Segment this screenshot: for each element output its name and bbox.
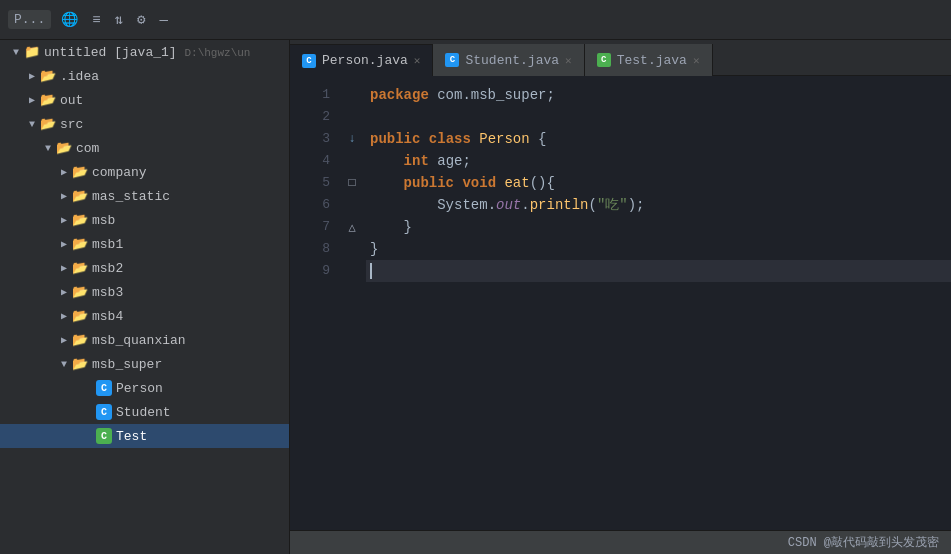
person-tab-label: Person.java — [322, 53, 408, 68]
sidebar-item-out[interactable]: ▶ 📂 out — [0, 88, 289, 112]
sidebar-item-com[interactable]: ▼ 📂 com — [0, 136, 289, 160]
com-folder-icon: 📂 — [56, 140, 72, 156]
main-content: ▼ 📁 untitled [java_1] D:\hgwz\un ▶ 📂 .id… — [0, 40, 951, 554]
msb-super-label: msb_super — [92, 357, 162, 372]
com-arrow: ▼ — [40, 140, 56, 156]
sidebar-item-mas-static[interactable]: ▶ 📂 mas_static — [0, 184, 289, 208]
code-line-2 — [366, 106, 951, 128]
person-label: Person — [116, 381, 163, 396]
code-line-7: } — [366, 216, 951, 238]
mas-static-folder-icon: 📂 — [72, 188, 88, 204]
gutter: ↓ □ △ — [338, 76, 366, 530]
sidebar-item-msb2[interactable]: ▶ 📂 msb2 — [0, 256, 289, 280]
src-folder-icon: 📂 — [40, 116, 56, 132]
tab-person[interactable]: C Person.java ✕ — [290, 44, 433, 76]
tabs-bar: C Person.java ✕ C Student.java ✕ C Test.… — [290, 40, 951, 76]
code-content[interactable]: package com.msb_super; public class Pers… — [366, 76, 951, 530]
company-label: company — [92, 165, 147, 180]
com-label: com — [76, 141, 99, 156]
project-label[interactable]: P... — [8, 10, 51, 29]
status-text: CSDN @敲代码敲到头发茂密 — [788, 534, 939, 551]
tab-student[interactable]: C Student.java ✕ — [433, 44, 584, 76]
idea-arrow: ▶ — [24, 68, 40, 84]
minimize-icon[interactable]: — — [156, 10, 172, 30]
editor-area: C Person.java ✕ C Student.java ✕ C Test.… — [290, 40, 951, 554]
sidebar-item-src[interactable]: ▼ 📂 src — [0, 112, 289, 136]
out-label: out — [60, 93, 83, 108]
test-tab-close[interactable]: ✕ — [693, 54, 700, 67]
gutter-line-5: □ — [338, 172, 366, 194]
company-folder-icon: 📂 — [72, 164, 88, 180]
globe-icon[interactable]: 🌐 — [57, 9, 82, 30]
student-tab-icon: C — [445, 53, 459, 67]
sidebar-item-idea[interactable]: ▶ 📂 .idea — [0, 64, 289, 88]
msb3-folder-icon: 📂 — [72, 284, 88, 300]
idea-label: .idea — [60, 69, 99, 84]
sidebar-item-msb1[interactable]: ▶ 📂 msb1 — [0, 232, 289, 256]
msb2-folder-icon: 📂 — [72, 260, 88, 276]
person-class-icon: C — [96, 380, 112, 396]
out-folder-icon: 📂 — [40, 92, 56, 108]
msb4-label: msb4 — [92, 309, 123, 324]
sidebar-item-msb-super[interactable]: ▼ 📂 msb_super — [0, 352, 289, 376]
test-tab-label: Test.java — [617, 53, 687, 68]
msb3-arrow: ▶ — [56, 284, 72, 300]
test-class-icon: C — [96, 428, 112, 444]
student-tab-label: Student.java — [465, 53, 559, 68]
msb-quanxian-arrow: ▶ — [56, 332, 72, 348]
sidebar: ▼ 📁 untitled [java_1] D:\hgwz\un ▶ 📂 .id… — [0, 40, 290, 554]
code-line-8: } — [366, 238, 951, 260]
gutter-line-2 — [338, 106, 366, 128]
out-arrow: ▶ — [24, 92, 40, 108]
msb2-label: msb2 — [92, 261, 123, 276]
msb-super-folder-icon: 📂 — [72, 356, 88, 372]
msb-arrow: ▶ — [56, 212, 72, 228]
root-folder-icon: 📁 — [24, 44, 40, 60]
code-line-1: package com.msb_super; — [366, 84, 951, 106]
list-icon[interactable]: ≡ — [88, 10, 104, 30]
person-tab-close[interactable]: ✕ — [414, 54, 421, 67]
sidebar-item-msb3[interactable]: ▶ 📂 msb3 — [0, 280, 289, 304]
project-root[interactable]: ▼ 📁 untitled [java_1] D:\hgwz\un — [0, 40, 289, 64]
gutter-line-9 — [338, 260, 366, 282]
gear-icon[interactable]: ⚙ — [133, 9, 149, 30]
tab-test[interactable]: C Test.java ✕ — [585, 44, 713, 76]
mas-static-label: mas_static — [92, 189, 170, 204]
student-tab-close[interactable]: ✕ — [565, 54, 572, 67]
msb3-label: msb3 — [92, 285, 123, 300]
msb-quanxian-folder-icon: 📂 — [72, 332, 88, 348]
msb2-arrow: ▶ — [56, 260, 72, 276]
test-tab-icon: C — [597, 53, 611, 67]
code-line-9 — [366, 260, 951, 282]
msb1-folder-icon: 📂 — [72, 236, 88, 252]
gutter-line-4 — [338, 150, 366, 172]
root-arrow: ▼ — [8, 44, 24, 60]
sidebar-item-person[interactable]: ▶ C Person — [0, 376, 289, 400]
code-line-5: public void eat(){ — [366, 172, 951, 194]
mas-static-arrow: ▶ — [56, 188, 72, 204]
company-arrow: ▶ — [56, 164, 72, 180]
toolbar: P... 🌐 ≡ ⇅ ⚙ — — [0, 0, 951, 40]
code-line-6: System.out.println("吃"); — [366, 194, 951, 216]
msb-quanxian-label: msb_quanxian — [92, 333, 186, 348]
msb4-arrow: ▶ — [56, 308, 72, 324]
sidebar-item-student[interactable]: ▶ C Student — [0, 400, 289, 424]
sort-icon[interactable]: ⇅ — [111, 9, 127, 30]
code-editor[interactable]: 1 2 3 4 5 6 7 8 9 ↓ □ △ — [290, 76, 951, 530]
root-label: untitled [java_1] D:\hgwz\un — [44, 45, 250, 60]
sidebar-item-msb4[interactable]: ▶ 📂 msb4 — [0, 304, 289, 328]
msb-folder-icon: 📂 — [72, 212, 88, 228]
line-numbers: 1 2 3 4 5 6 7 8 9 — [290, 76, 338, 530]
sidebar-item-msb[interactable]: ▶ 📂 msb — [0, 208, 289, 232]
status-bar: CSDN @敲代码敲到头发茂密 — [290, 530, 951, 554]
sidebar-item-company[interactable]: ▶ 📂 company — [0, 160, 289, 184]
student-label: Student — [116, 405, 171, 420]
gutter-line-1 — [338, 84, 366, 106]
src-arrow: ▼ — [24, 116, 40, 132]
test-label: Test — [116, 429, 147, 444]
sidebar-item-msb-quanxian[interactable]: ▶ 📂 msb_quanxian — [0, 328, 289, 352]
sidebar-item-test[interactable]: ▶ C Test — [0, 424, 289, 448]
code-line-3: public class Person { — [366, 128, 951, 150]
idea-folder-icon: 📂 — [40, 68, 56, 84]
gutter-line-3: ↓ — [338, 128, 366, 150]
